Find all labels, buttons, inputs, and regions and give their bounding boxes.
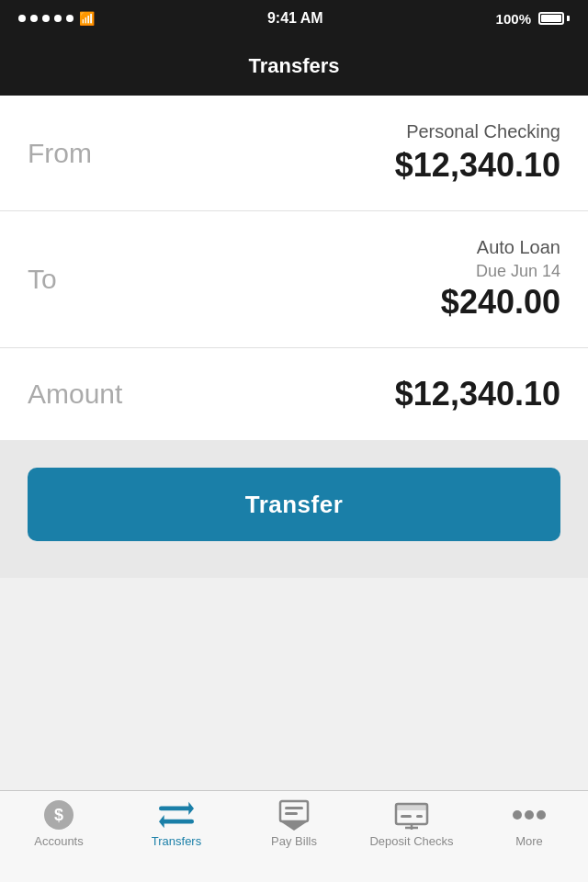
svg-rect-6 — [280, 801, 308, 821]
from-row[interactable]: From Personal Checking $12,340.10 — [0, 96, 588, 211]
tab-accounts-label: Accounts — [34, 834, 83, 848]
to-amount: $240.00 — [441, 283, 560, 322]
svg-rect-9 — [285, 812, 298, 815]
to-due-date: Due Jun 14 — [441, 262, 560, 281]
svg-rect-13 — [416, 815, 423, 818]
amount-value: $12,340.10 — [395, 375, 560, 413]
to-row[interactable]: To Auto Loan Due Jun 14 $240.00 — [0, 211, 588, 348]
svg-rect-11 — [396, 804, 427, 810]
tab-paybills[interactable]: Pay Bills — [235, 800, 353, 848]
signal-dots — [18, 15, 74, 22]
transfer-button[interactable]: Transfer — [28, 468, 560, 541]
page-title: Transfers — [248, 54, 339, 78]
tab-transfers-label: Transfers — [152, 834, 201, 848]
paybills-icon — [277, 800, 311, 830]
to-value: Auto Loan Due Jun 14 $240.00 — [441, 237, 560, 322]
from-amount: $12,340.10 — [395, 146, 560, 185]
nav-header: Transfers — [0, 37, 588, 96]
from-label: From — [28, 138, 92, 169]
tab-transfers[interactable]: Transfers — [118, 800, 235, 848]
from-value: Personal Checking $12,340.10 — [395, 121, 560, 185]
svg-text:$: $ — [54, 806, 63, 824]
amount-row[interactable]: Amount $12,340.10 — [0, 348, 588, 440]
tab-depositchecks-label: Deposit Checks — [369, 834, 453, 848]
svg-rect-2 — [159, 807, 190, 811]
svg-point-16 — [513, 810, 522, 820]
battery-percent: 100% — [496, 11, 531, 27]
tab-paybills-label: Pay Bills — [271, 834, 317, 848]
from-account-name: Personal Checking — [395, 121, 560, 142]
wifi-icon: 📶 — [79, 11, 95, 26]
main-content: From Personal Checking $12,340.10 To Aut… — [0, 96, 588, 440]
tab-more-label: More — [515, 834, 543, 848]
tab-bar: $ Accounts Transfers Pay Bills — [0, 790, 588, 882]
svg-rect-12 — [401, 815, 412, 818]
status-left: 📶 — [18, 11, 95, 26]
to-label: To — [28, 264, 57, 295]
more-icon — [512, 800, 547, 830]
tab-depositchecks[interactable]: Deposit Checks — [353, 800, 470, 848]
button-area: Transfer — [0, 440, 588, 578]
tab-more[interactable]: More — [470, 800, 588, 848]
status-bar: 📶 9:41 AM 100% — [0, 0, 588, 37]
svg-rect-8 — [285, 807, 303, 809]
svg-marker-7 — [280, 821, 308, 831]
svg-point-18 — [537, 810, 546, 820]
transfers-icon — [159, 800, 194, 830]
to-account-name: Auto Loan — [441, 237, 560, 258]
depositchecks-icon — [394, 800, 429, 830]
svg-point-17 — [525, 810, 534, 820]
svg-marker-5 — [159, 815, 164, 828]
status-right: 100% — [496, 11, 570, 27]
status-time: 9:41 AM — [267, 10, 323, 27]
battery-icon — [538, 12, 570, 25]
tab-accounts[interactable]: $ Accounts — [0, 800, 118, 848]
amount-label: Amount — [28, 379, 122, 410]
svg-rect-4 — [163, 820, 194, 824]
svg-marker-3 — [188, 802, 194, 815]
accounts-icon: $ — [41, 800, 76, 830]
